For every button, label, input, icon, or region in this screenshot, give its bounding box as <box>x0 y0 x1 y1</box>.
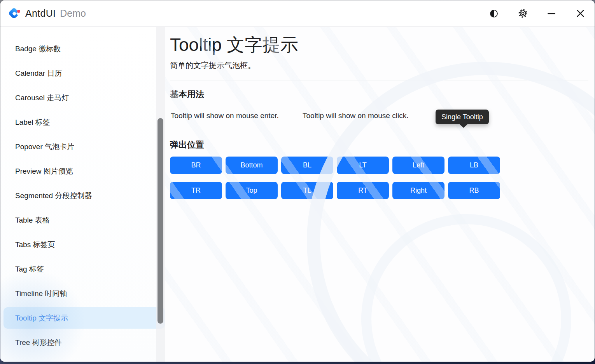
placement-button-tl[interactable]: TL <box>281 182 333 199</box>
gear-icon <box>518 9 528 18</box>
tooltip-bubble: Single Tooltip <box>436 110 489 124</box>
background-watermark-circle <box>361 214 571 362</box>
sidebar-item-label: Segmented 分段控制器 <box>15 191 92 201</box>
sidebar-item-label: Tooltip 文字提示 <box>15 313 68 323</box>
sidebar-item-label: Badge 徽标数 <box>15 44 61 54</box>
sidebar-item-preview[interactable]: Preview 图片预览 <box>0 159 165 183</box>
sidebar-item-label: Tag 标签 <box>15 264 44 274</box>
sidebar-item-label: Popover 气泡卡片 <box>15 142 74 152</box>
theme-toggle-button[interactable] <box>480 0 508 26</box>
sidebar-scrollbar-thumb[interactable] <box>158 118 163 324</box>
sidebar-item-label: Tree 树形控件 <box>15 338 62 348</box>
sidebar-item-timeline[interactable]: Timeline 时间轴 <box>0 281 165 306</box>
app-title: AntdUI <box>25 8 56 19</box>
settings-button[interactable] <box>508 0 537 26</box>
sidebar-scrollbar-track[interactable] <box>156 27 165 362</box>
tooltip-demo-row: Tooltip will show on mouse enter. Toolti… <box>170 111 588 122</box>
placement-button-rb[interactable]: RB <box>448 182 500 199</box>
app-logo-icon <box>8 7 21 20</box>
placement-button-tr[interactable]: TR <box>170 182 222 199</box>
sidebar-item-label: Carousel 走马灯 <box>15 93 69 103</box>
sidebar-item-label: Tabs 标签页 <box>15 240 55 250</box>
placement-button-lb[interactable]: LB <box>448 157 500 174</box>
sidebar-item-carousel[interactable]: Carousel 走马灯 <box>0 85 165 110</box>
placement-button-br[interactable]: BR <box>170 157 222 174</box>
titlebar-actions <box>480 0 595 26</box>
placement-button-top[interactable]: Top <box>226 182 278 199</box>
main-content: Tooltip 文字提示 简单的文字提示气泡框。 基本用法 Tooltip wi… <box>165 27 595 362</box>
section-heading-basic: 基本用法 <box>170 89 588 100</box>
placement-button-bl[interactable]: BL <box>281 157 333 174</box>
sidebar-item-tooltip-selected[interactable]: Tooltip 文字提示 <box>4 307 165 329</box>
sidebar-item-label: Calendar 日历 <box>15 68 62 78</box>
sidebar-item-label: Timeline 时间轴 <box>15 289 67 299</box>
titlebar: AntdUI Demo <box>0 0 595 27</box>
section-heading-placement: 弹出位置 <box>170 139 588 150</box>
app-window: AntdUI Demo <box>0 0 595 362</box>
minimize-icon <box>547 9 556 18</box>
placement-button-grid: BR Bottom BL LT Left LB TR Top TL RT Rig… <box>170 157 588 199</box>
sidebar-item-label: Label 标签 <box>15 117 50 127</box>
close-button[interactable] <box>566 0 595 26</box>
placement-button-rt[interactable]: RT <box>337 182 389 199</box>
close-icon <box>576 9 585 18</box>
sidebar-item-tree[interactable]: Tree 树形控件 <box>0 330 165 355</box>
tooltip-click-target[interactable]: Tooltip will show on mouse click. <box>303 111 408 120</box>
sidebar-item-label: Preview 图片预览 <box>15 166 73 176</box>
background-watermark-circle <box>307 62 595 362</box>
placement-button-bottom[interactable]: Bottom <box>226 157 278 174</box>
header-divider <box>170 80 588 80</box>
placement-button-right[interactable]: Right <box>392 182 444 199</box>
placement-button-lt[interactable]: LT <box>337 157 389 174</box>
sidebar-item-label: Table 表格 <box>15 215 50 225</box>
page-subtitle: 简单的文字提示气泡框。 <box>170 61 588 70</box>
minimize-button[interactable] <box>537 0 566 26</box>
sidebar-item-popover[interactable]: Popover 气泡卡片 <box>0 134 165 159</box>
page-title: Tooltip 文字提示 <box>170 34 588 56</box>
sidebar-item-tabs[interactable]: Tabs 标签页 <box>0 232 165 257</box>
contrast-icon <box>489 9 499 18</box>
sidebar-item-table[interactable]: Table 表格 <box>0 208 165 232</box>
sidebar-item-segmented[interactable]: Segmented 分段控制器 <box>0 183 165 208</box>
sidebar-item-badge[interactable]: Badge 徽标数 <box>0 37 165 61</box>
tooltip-hover-target[interactable]: Tooltip will show on mouse enter. <box>171 111 279 120</box>
sidebar-item-calendar[interactable]: Calendar 日历 <box>0 61 165 85</box>
app-subtitle: Demo <box>60 8 86 19</box>
sidebar-item-label[interactable]: Label 标签 <box>0 110 165 134</box>
sidebar-nav: Badge 徽标数 Calendar 日历 Carousel 走马灯 Label… <box>0 27 165 362</box>
sidebar-item-tag[interactable]: Tag 标签 <box>0 257 165 281</box>
placement-button-left[interactable]: Left <box>392 157 444 174</box>
